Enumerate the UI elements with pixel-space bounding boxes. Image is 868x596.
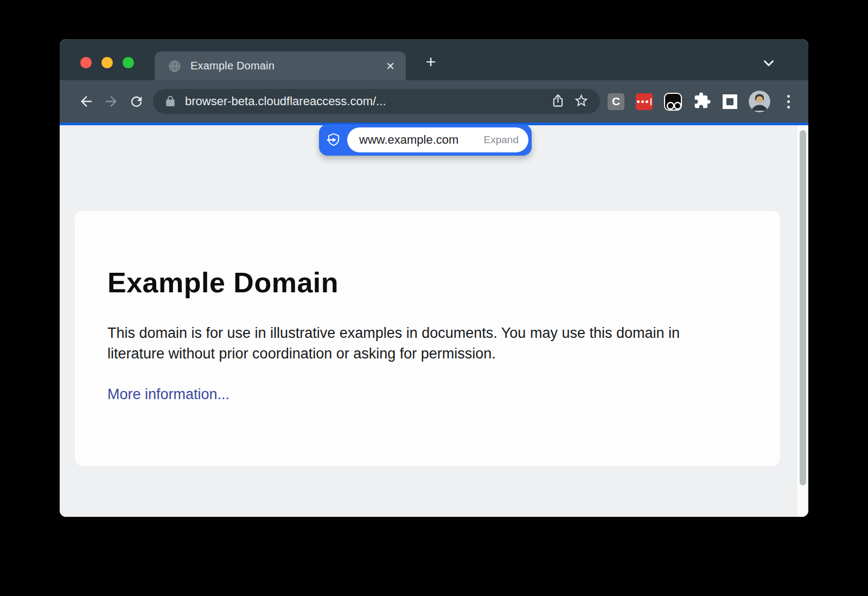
address-bar[interactable]: browser-beta.cloudflareaccess.com/... bbox=[153, 89, 600, 114]
page-content: www.example.com Expand Example Domain Th… bbox=[60, 125, 808, 517]
star-icon bbox=[573, 93, 589, 108]
banner-expand-button[interactable]: Expand bbox=[484, 134, 519, 146]
browser-window: Example Domain ✕ + bbox=[60, 39, 808, 517]
tab-strip: Example Domain ✕ + bbox=[60, 39, 808, 80]
banner-domain-text: www.example.com bbox=[359, 133, 474, 147]
share-icon bbox=[551, 93, 565, 108]
window-controls bbox=[80, 57, 134, 68]
globe-favicon-icon bbox=[168, 59, 182, 73]
extension-area: C bbox=[608, 91, 795, 112]
page-body-text: This domain is for use in illustrative e… bbox=[107, 323, 731, 364]
browser-menu-button[interactable] bbox=[782, 93, 795, 111]
tab-example-domain[interactable]: Example Domain ✕ bbox=[155, 52, 406, 80]
profile-avatar[interactable] bbox=[749, 91, 770, 112]
forward-button[interactable] bbox=[99, 89, 124, 114]
dot-icon bbox=[646, 100, 648, 103]
fullscreen-window-button[interactable] bbox=[123, 57, 134, 68]
dot-icon bbox=[787, 100, 790, 103]
domain-banner[interactable]: www.example.com Expand bbox=[319, 124, 532, 156]
dot-icon bbox=[787, 106, 790, 108]
back-button[interactable] bbox=[74, 89, 99, 114]
tab-close-button[interactable]: ✕ bbox=[386, 61, 395, 72]
chevron-down-icon[interactable] bbox=[759, 53, 778, 73]
back-arrow-icon bbox=[78, 93, 94, 110]
extension-c-button[interactable]: C bbox=[608, 93, 624, 110]
binoculars-icon bbox=[665, 94, 682, 111]
scrollbar-thumb[interactable] bbox=[800, 130, 806, 485]
side-panel-button[interactable] bbox=[723, 94, 737, 109]
more-information-link[interactable]: More information... bbox=[107, 386, 229, 403]
close-window-button[interactable] bbox=[80, 57, 92, 68]
scrollbar-track[interactable] bbox=[797, 125, 808, 517]
toolbar: browser-beta.cloudflareaccess.com/... C bbox=[60, 80, 808, 123]
share-button[interactable] bbox=[551, 93, 565, 110]
minimize-window-button[interactable] bbox=[101, 57, 113, 68]
new-tab-button[interactable]: + bbox=[419, 50, 443, 74]
puzzle-piece-icon bbox=[693, 92, 711, 110]
reload-button[interactable] bbox=[124, 89, 149, 114]
dot-icon bbox=[637, 100, 640, 103]
tab-title: Example Domain bbox=[190, 60, 386, 72]
page-card: Example Domain This domain is for use in… bbox=[75, 211, 780, 466]
bookmark-button[interactable] bbox=[573, 93, 589, 111]
reload-icon bbox=[129, 94, 144, 110]
lock-icon bbox=[164, 95, 177, 108]
page-title: Example Domain bbox=[107, 266, 748, 299]
url-text: browser-beta.cloudflareaccess.com/... bbox=[185, 94, 386, 108]
bar-icon bbox=[650, 98, 652, 105]
shield-arrow-icon bbox=[326, 132, 341, 148]
dot-icon bbox=[787, 95, 790, 98]
password-manager-extension-button[interactable] bbox=[636, 93, 653, 110]
banner-pill: www.example.com Expand bbox=[347, 127, 528, 152]
dark-mode-extension-button[interactable] bbox=[664, 93, 682, 111]
forward-arrow-icon bbox=[103, 93, 119, 110]
person-icon bbox=[749, 91, 770, 112]
dot-icon bbox=[641, 100, 644, 103]
extensions-menu-button[interactable] bbox=[693, 92, 711, 112]
